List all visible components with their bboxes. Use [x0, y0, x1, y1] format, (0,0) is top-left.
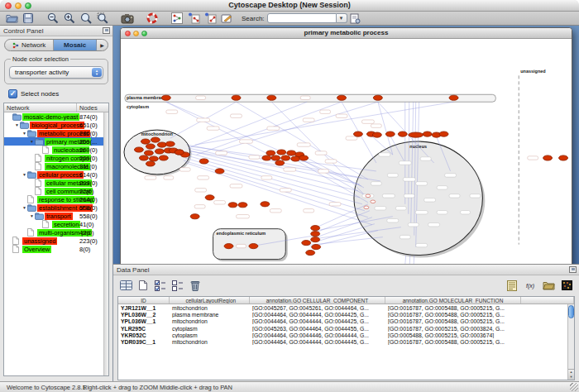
new-attribute-icon[interactable] [136, 279, 151, 292]
tree-expander-icon[interactable]: ▼ [22, 205, 27, 210]
tab-mosaic[interactable]: Mosaic [54, 40, 97, 50]
network-window-titlebar[interactable]: primary metabolic process [121, 28, 572, 39]
tree-row-biological-process[interactable]: ▼biological_process651(0) [4, 121, 108, 129]
zoom-selected-icon[interactable] [94, 12, 111, 25]
search-input[interactable] [267, 13, 337, 23]
zoom-out-icon[interactable] [45, 12, 61, 25]
graph-node[interactable] [306, 250, 315, 255]
zoom-in-icon[interactable] [61, 12, 78, 25]
tree-row-multi-organism-pro[interactable]: multi-organism pro42(0) [4, 228, 108, 237]
table-row-ykr052c[interactable]: YKR052Ccytoplasm[GO:0044464, GO:0044446,… [118, 332, 574, 338]
column-header-annotation-go-cellular-component[interactable]: annotation.GO CELLULAR_COMPONENT [250, 297, 385, 304]
graph-node[interactable] [302, 241, 311, 246]
tab-overflow-arrow[interactable]: ▶ [97, 40, 108, 50]
network-view-window[interactable]: primary metabolic process plasma membran… [120, 27, 572, 275]
tree-header-nodes[interactable]: Nodes [77, 103, 108, 112]
node-color-dropdown[interactable]: transporter activity ▲▼ [9, 66, 103, 79]
network-overview-icon[interactable] [169, 12, 185, 25]
table-row-ylr295c[interactable]: YLR295Ccytoplasm[GO:0045263, GO:0044464,… [118, 325, 574, 332]
unselect-attributes-icon[interactable] [170, 279, 185, 292]
zoom-fit-icon[interactable] [78, 12, 94, 25]
layout-a-icon[interactable] [185, 12, 202, 25]
column-header-id[interactable]: ID [118, 297, 170, 304]
edit-box-icon[interactable] [218, 12, 235, 25]
save-icon[interactable] [20, 12, 36, 25]
tree-row-unassigned[interactable]: unassigned223(0) [4, 237, 108, 245]
graph-node[interactable] [398, 131, 407, 136]
tree-row-macromolecule[interactable]: macromolecule311(0) [4, 162, 108, 170]
graph-node[interactable] [146, 161, 155, 166]
graph-node[interactable] [199, 159, 208, 164]
graph-node[interactable] [311, 237, 320, 242]
scrollbar-buttons[interactable]: ▲▼ [568, 369, 574, 380]
select-all-attributes-icon[interactable] [118, 279, 133, 292]
graph-node[interactable] [155, 149, 164, 154]
select-attributes-icon[interactable] [153, 279, 168, 292]
graph-node[interactable] [144, 151, 153, 155]
graph-node-small[interactable] [364, 206, 369, 209]
tree-row-cell-communicat[interactable]: cell communicat22(0) [4, 187, 108, 195]
graph-node[interactable] [175, 150, 184, 155]
tree-row-nitrogen-compo[interactable]: nitrogen compo209(0) [4, 154, 108, 162]
network-canvas-container[interactable]: plasma membranecytoplasmmitochondrionnuc… [121, 39, 572, 275]
graph-node[interactable] [165, 141, 175, 146]
graph-node[interactable] [385, 131, 395, 136]
graph-node[interactable] [139, 155, 148, 160]
graph-node-small[interactable] [366, 194, 371, 198]
graph-node-small[interactable] [371, 200, 376, 203]
network-canvas[interactable]: plasma membranecytoplasmmitochondrionnuc… [121, 39, 572, 275]
graph-node[interactable] [337, 95, 347, 100]
open-file-icon[interactable] [3, 12, 20, 25]
graph-node[interactable] [372, 132, 381, 137]
app-resize-grip[interactable] [570, 383, 578, 391]
graph-node[interactable] [277, 150, 286, 155]
tree-header-network[interactable]: Network [4, 103, 77, 112]
delete-attribute-icon[interactable] [188, 279, 203, 292]
tree-row-overview[interactable]: Overview8(0) [4, 245, 108, 253]
graph-node[interactable] [141, 139, 150, 144]
graph-node[interactable] [205, 195, 214, 200]
graph-node[interactable] [151, 137, 160, 142]
graph-node[interactable] [409, 132, 423, 137]
help-icon[interactable] [144, 12, 160, 25]
tree-row-nucleobase[interactable]: nucleobase-209(0) [4, 146, 108, 154]
tree-expander-icon[interactable]: ▼ [29, 139, 35, 144]
graph-node[interactable] [238, 203, 247, 208]
select-nodes-checkbox[interactable]: ✓ [8, 89, 17, 98]
float-panel-icon[interactable] [103, 27, 110, 34]
column-header-annotation-go-molecular-function[interactable]: annotation.GO MOLECULAR_FUNCTION [385, 297, 521, 304]
graph-node[interactable] [543, 155, 553, 160]
table-row-ypl036w-1[interactable]: YPL036W__1mitochondrion[GO:0044464, GO:0… [118, 318, 574, 325]
graph-node[interactable] [228, 203, 237, 208]
graph-node[interactable] [190, 214, 199, 219]
graph-node[interactable] [215, 169, 224, 174]
graph-node[interactable] [232, 95, 241, 100]
table-scrollbar[interactable]: ▲▼ [567, 304, 574, 380]
function-builder-icon[interactable]: f(x) [523, 279, 538, 292]
tree-row-establishment-of-lo[interactable]: ▼establishment of lo558(0) [4, 203, 108, 212]
graph-node[interactable] [266, 151, 275, 155]
graph-node[interactable] [353, 131, 362, 136]
graph-node[interactable] [157, 142, 166, 147]
graph-node[interactable] [146, 144, 155, 149]
tree-expander-icon[interactable]: ▼ [22, 131, 27, 136]
graph-node[interactable] [224, 244, 233, 249]
graph-node[interactable] [281, 155, 290, 160]
graph-node[interactable] [267, 95, 276, 100]
graph-node[interactable] [161, 95, 170, 100]
tree-row-metabolic-process[interactable]: ▼metabolic process280(0) [4, 129, 108, 137]
graph-node[interactable] [311, 226, 320, 231]
graph-node[interactable] [311, 232, 320, 237]
app-titlebar[interactable]: Cytoscape Desktop (New Session) [0, 0, 579, 12]
graph-node[interactable] [439, 131, 448, 136]
tree-expander-icon[interactable]: ▼ [14, 122, 20, 127]
import-attributes-icon[interactable] [541, 279, 556, 292]
column-header-cellularlayoutregion[interactable]: _cellularLayoutRegion [170, 297, 250, 304]
tree-expander-icon[interactable]: ▼ [29, 213, 35, 218]
search-dropdown-button[interactable]: ▼ [337, 13, 347, 23]
tree-row-primary-metabo[interactable]: ▼primary metabo209(... [4, 137, 108, 146]
graph-node[interactable] [291, 156, 300, 161]
graph-node[interactable] [559, 155, 568, 160]
graph-node[interactable] [449, 95, 458, 100]
graph-node[interactable] [312, 245, 321, 250]
